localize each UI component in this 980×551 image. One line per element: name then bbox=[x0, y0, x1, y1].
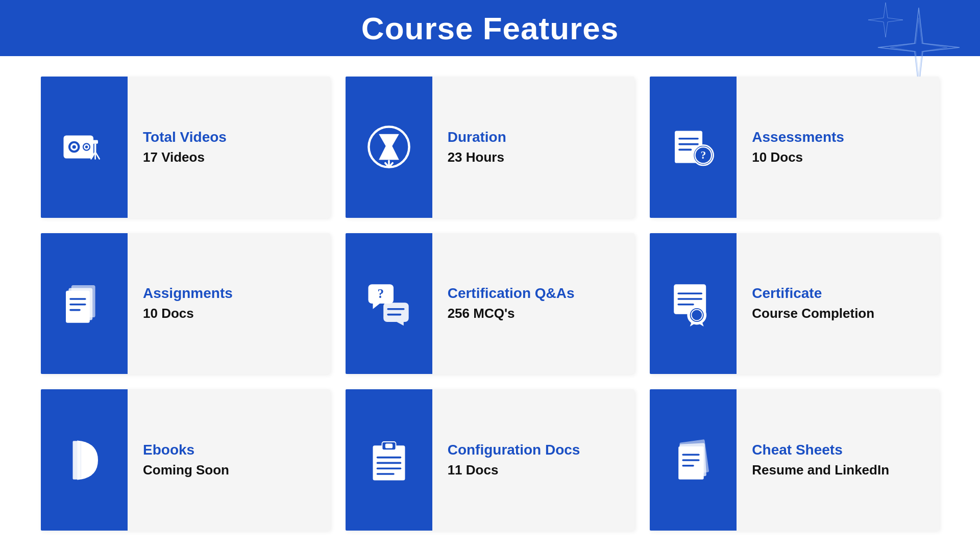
certification-qas-value: 256 MCQ's bbox=[448, 306, 575, 321]
svg-text:?: ? bbox=[377, 287, 384, 300]
ebooks-text: Ebooks Coming Soon bbox=[128, 432, 244, 488]
assessment-icon: ? bbox=[670, 124, 716, 170]
svg-marker-32 bbox=[397, 322, 404, 325]
ebooks-title: Ebooks bbox=[143, 442, 229, 458]
sheets-icon bbox=[670, 437, 716, 483]
page-header: Course Features bbox=[0, 0, 980, 56]
card-assignments: Assignments 10 Docs bbox=[41, 233, 330, 374]
cheat-sheets-value: Resume and LinkedIn bbox=[752, 462, 889, 478]
video-icon bbox=[61, 124, 107, 170]
total-videos-title: Total Videos bbox=[143, 129, 227, 145]
config-icon bbox=[366, 437, 412, 483]
assignments-value: 10 Docs bbox=[143, 306, 233, 321]
total-videos-text: Total Videos 17 Videos bbox=[128, 119, 242, 176]
duration-title: Duration bbox=[448, 129, 506, 145]
total-videos-icon-box bbox=[41, 77, 128, 218]
certificate-icon-box bbox=[650, 233, 737, 374]
qa-icon: ? bbox=[366, 281, 412, 327]
assignments-text: Assignments 10 Docs bbox=[128, 275, 248, 332]
assessments-value: 10 Docs bbox=[752, 149, 844, 165]
assignments-title: Assignments bbox=[143, 285, 233, 302]
page-title: Course Features bbox=[361, 10, 619, 46]
card-certificate: Certificate Course Completion bbox=[650, 233, 939, 374]
assessments-title: Assessments bbox=[752, 129, 844, 145]
clock-icon bbox=[366, 124, 412, 170]
svg-rect-31 bbox=[383, 303, 409, 322]
svg-point-6 bbox=[85, 146, 88, 148]
cheat-sheets-text: Cheat Sheets Resume and LinkedIn bbox=[737, 432, 904, 488]
assessments-icon-box: ? bbox=[650, 77, 737, 218]
assignments-icon-box bbox=[41, 233, 128, 374]
svg-text:?: ? bbox=[701, 149, 706, 162]
svg-rect-55 bbox=[679, 446, 704, 480]
assignments-icon bbox=[61, 281, 107, 327]
duration-icon-box bbox=[346, 77, 432, 218]
card-ebooks: Ebooks Coming Soon bbox=[41, 389, 330, 531]
cheat-sheets-icon-box bbox=[650, 389, 737, 531]
svg-rect-7 bbox=[92, 140, 98, 144]
certificate-icon bbox=[670, 281, 716, 327]
svg-marker-13 bbox=[379, 134, 399, 160]
duration-value: 23 Hours bbox=[448, 149, 506, 165]
configuration-docs-title: Configuration Docs bbox=[448, 442, 580, 458]
features-grid: Total Videos 17 Videos Duration 23 Hours bbox=[0, 56, 980, 551]
card-total-videos: Total Videos 17 Videos bbox=[41, 77, 330, 218]
certificate-value: Course Completion bbox=[752, 306, 874, 321]
certification-qas-title: Certification Q&As bbox=[448, 285, 575, 302]
card-certification-qas: ? Certification Q&As 256 MCQ's bbox=[346, 233, 635, 374]
card-configuration-docs: Configuration Docs 11 Docs bbox=[346, 389, 635, 531]
card-duration: Duration 23 Hours bbox=[346, 77, 635, 218]
svg-point-40 bbox=[690, 308, 704, 322]
svg-rect-8 bbox=[94, 144, 96, 152]
ebooks-value: Coming Soon bbox=[143, 462, 229, 478]
ebook-icon bbox=[61, 437, 107, 483]
assessments-text: Assessments 10 Docs bbox=[737, 119, 860, 176]
certification-qas-text: Certification Q&As 256 MCQ's bbox=[432, 275, 590, 332]
configuration-docs-text: Configuration Docs 11 Docs bbox=[432, 432, 596, 488]
cheat-sheets-title: Cheat Sheets bbox=[752, 442, 889, 458]
svg-marker-29 bbox=[373, 304, 380, 309]
svg-rect-45 bbox=[73, 441, 81, 480]
certificate-title: Certificate bbox=[752, 285, 874, 302]
total-videos-value: 17 Videos bbox=[143, 149, 227, 165]
certification-qas-icon-box: ? bbox=[346, 233, 432, 374]
ebooks-icon-box bbox=[41, 389, 128, 531]
svg-point-3 bbox=[72, 145, 76, 149]
certificate-text: Certificate Course Completion bbox=[737, 275, 890, 332]
card-cheat-sheets: Cheat Sheets Resume and LinkedIn bbox=[650, 389, 939, 531]
svg-rect-24 bbox=[66, 291, 90, 323]
svg-rect-48 bbox=[385, 443, 392, 448]
configuration-docs-value: 11 Docs bbox=[448, 462, 580, 478]
card-assessments: ? Assessments 10 Docs bbox=[650, 77, 939, 218]
duration-text: Duration 23 Hours bbox=[432, 119, 522, 176]
configuration-docs-icon-box bbox=[346, 389, 432, 531]
